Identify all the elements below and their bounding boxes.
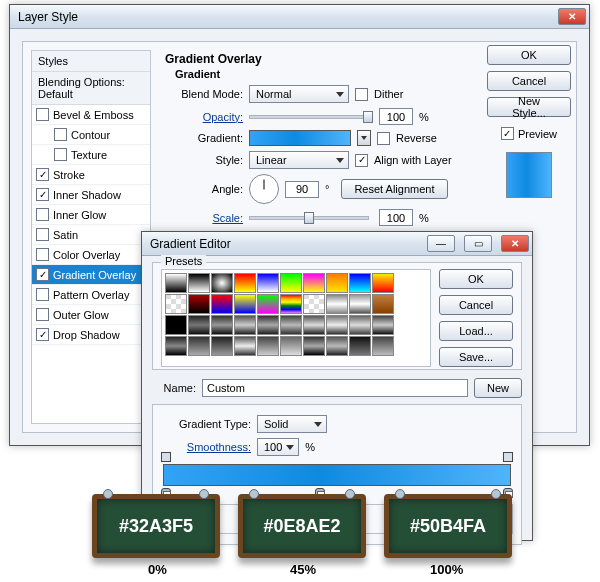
ge-cancel-button[interactable]: Cancel bbox=[439, 295, 513, 315]
preset-swatch[interactable] bbox=[349, 315, 371, 335]
style-checkbox[interactable] bbox=[36, 268, 49, 281]
style-checkbox[interactable] bbox=[36, 328, 49, 341]
preset-swatch[interactable] bbox=[165, 336, 187, 356]
angle-dial[interactable] bbox=[249, 174, 279, 204]
ge-new-button[interactable]: New bbox=[474, 378, 522, 398]
style-checkbox[interactable] bbox=[36, 228, 49, 241]
style-checkbox[interactable] bbox=[36, 108, 49, 121]
opacity-value[interactable]: 100 bbox=[379, 108, 413, 125]
style-checkbox[interactable] bbox=[36, 248, 49, 261]
blending-options-row[interactable]: Blending Options: Default bbox=[32, 72, 150, 105]
style-row-pattern-overlay[interactable]: Pattern Overlay bbox=[32, 285, 150, 305]
dither-checkbox[interactable] bbox=[355, 88, 368, 101]
ge-load-button[interactable]: Load... bbox=[439, 321, 513, 341]
presets-grid[interactable] bbox=[161, 269, 431, 367]
reset-alignment-button[interactable]: Reset Alignment bbox=[341, 179, 447, 199]
style-checkbox[interactable] bbox=[36, 168, 49, 181]
preset-swatch[interactable] bbox=[234, 336, 256, 356]
style-row-inner-glow[interactable]: Inner Glow bbox=[32, 205, 150, 225]
preview-checkbox[interactable] bbox=[501, 127, 514, 140]
style-checkbox[interactable] bbox=[54, 148, 67, 161]
preset-swatch[interactable] bbox=[234, 294, 256, 314]
preset-swatch[interactable] bbox=[188, 315, 210, 335]
preset-swatch[interactable] bbox=[188, 336, 210, 356]
preset-swatch[interactable] bbox=[280, 294, 302, 314]
ge-ok-button[interactable]: OK bbox=[439, 269, 513, 289]
preset-swatch[interactable] bbox=[165, 315, 187, 335]
style-row-drop-shadow[interactable]: Drop Shadow bbox=[32, 325, 150, 345]
preset-swatch[interactable] bbox=[326, 294, 348, 314]
style-row-contour[interactable]: Contour bbox=[32, 125, 150, 145]
style-row-gradient-overlay[interactable]: Gradient Overlay bbox=[32, 265, 150, 285]
style-row-texture[interactable]: Texture bbox=[32, 145, 150, 165]
style-row-outer-glow[interactable]: Outer Glow bbox=[32, 305, 150, 325]
style-checkbox[interactable] bbox=[36, 308, 49, 321]
preset-swatch[interactable] bbox=[349, 336, 371, 356]
preset-swatch[interactable] bbox=[372, 315, 394, 335]
gradient-picker-caret[interactable] bbox=[357, 130, 371, 146]
preset-swatch[interactable] bbox=[211, 315, 233, 335]
gradient-bar[interactable] bbox=[163, 464, 511, 486]
maximize-icon[interactable]: ▭ bbox=[464, 235, 492, 252]
preset-swatch[interactable] bbox=[349, 294, 371, 314]
minimize-icon[interactable]: — bbox=[427, 235, 455, 252]
style-row-inner-shadow[interactable]: Inner Shadow bbox=[32, 185, 150, 205]
new-style-button[interactable]: New Style... bbox=[487, 97, 571, 117]
opacity-slider[interactable] bbox=[249, 115, 369, 119]
style-select[interactable]: Linear bbox=[249, 151, 349, 169]
close-icon[interactable]: ✕ bbox=[501, 235, 529, 252]
preset-swatch[interactable] bbox=[303, 273, 325, 293]
preset-swatch[interactable] bbox=[188, 273, 210, 293]
scale-value[interactable]: 100 bbox=[379, 209, 413, 226]
reverse-checkbox[interactable] bbox=[377, 132, 390, 145]
preset-swatch[interactable] bbox=[188, 294, 210, 314]
preset-swatch[interactable] bbox=[234, 315, 256, 335]
scale-slider[interactable] bbox=[249, 216, 369, 220]
gradient-swatch[interactable] bbox=[249, 130, 351, 146]
preset-swatch[interactable] bbox=[234, 273, 256, 293]
style-row-satin[interactable]: Satin bbox=[32, 225, 150, 245]
style-checkbox[interactable] bbox=[36, 188, 49, 201]
name-input[interactable]: Custom bbox=[202, 379, 468, 397]
gradient-type-select[interactable]: Solid bbox=[257, 415, 327, 433]
preset-swatch[interactable] bbox=[326, 315, 348, 335]
preset-swatch[interactable] bbox=[257, 336, 279, 356]
preset-swatch[interactable] bbox=[326, 273, 348, 293]
style-checkbox[interactable] bbox=[54, 128, 67, 141]
opacity-stop-right[interactable] bbox=[503, 452, 513, 462]
preset-swatch[interactable] bbox=[349, 273, 371, 293]
preset-swatch[interactable] bbox=[165, 294, 187, 314]
preset-swatch[interactable] bbox=[211, 294, 233, 314]
preset-swatch[interactable] bbox=[257, 273, 279, 293]
preset-swatch[interactable] bbox=[280, 336, 302, 356]
close-icon[interactable]: ✕ bbox=[558, 8, 586, 25]
ge-save-button[interactable]: Save... bbox=[439, 347, 513, 367]
align-checkbox[interactable] bbox=[355, 154, 368, 167]
smoothness-value[interactable]: 100 bbox=[257, 438, 299, 456]
preset-swatch[interactable] bbox=[257, 294, 279, 314]
preset-swatch[interactable] bbox=[326, 336, 348, 356]
opacity-stop-left[interactable] bbox=[161, 452, 171, 462]
blend-mode-select[interactable]: Normal bbox=[249, 85, 349, 103]
style-row-color-overlay[interactable]: Color Overlay bbox=[32, 245, 150, 265]
style-row-bevel-emboss[interactable]: Bevel & Emboss bbox=[32, 105, 150, 125]
preset-swatch[interactable] bbox=[280, 273, 302, 293]
preset-swatch[interactable] bbox=[372, 273, 394, 293]
preset-swatch[interactable] bbox=[211, 273, 233, 293]
angle-value[interactable]: 90 bbox=[285, 181, 319, 198]
preset-swatch[interactable] bbox=[280, 315, 302, 335]
style-row-stroke[interactable]: Stroke bbox=[32, 165, 150, 185]
preset-swatch[interactable] bbox=[211, 336, 233, 356]
style-checkbox[interactable] bbox=[36, 288, 49, 301]
preset-swatch[interactable] bbox=[372, 294, 394, 314]
ok-button[interactable]: OK bbox=[487, 45, 571, 65]
preset-swatch[interactable] bbox=[303, 294, 325, 314]
preset-swatch[interactable] bbox=[303, 315, 325, 335]
preset-swatch[interactable] bbox=[303, 336, 325, 356]
preset-swatch[interactable] bbox=[372, 336, 394, 356]
preset-swatch[interactable] bbox=[257, 315, 279, 335]
cancel-button[interactable]: Cancel bbox=[487, 71, 571, 91]
preset-swatch[interactable] bbox=[165, 273, 187, 293]
style-checkbox[interactable] bbox=[36, 208, 49, 221]
styles-header[interactable]: Styles bbox=[32, 51, 150, 72]
